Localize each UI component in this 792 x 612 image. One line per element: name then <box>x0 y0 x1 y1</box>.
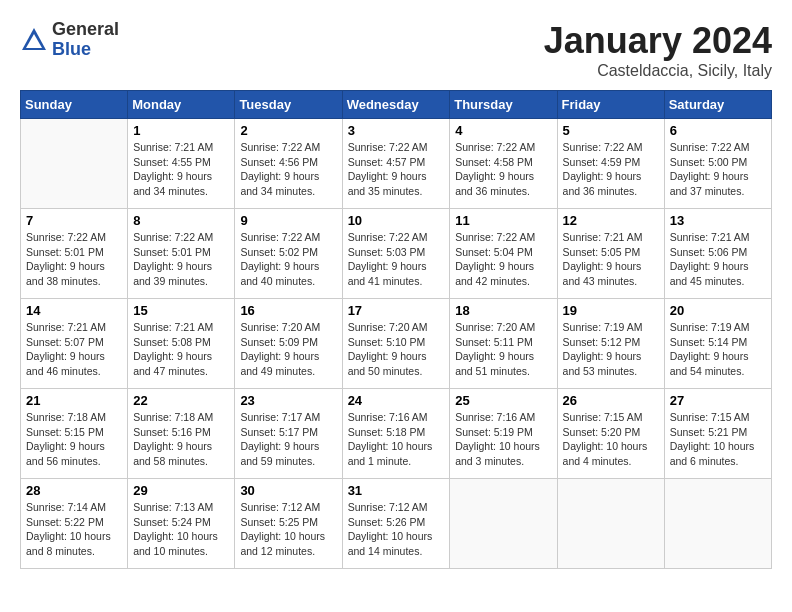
calendar-cell: 13Sunrise: 7:21 AMSunset: 5:06 PMDayligh… <box>664 209 771 299</box>
calendar-subtitle: Casteldaccia, Sicily, Italy <box>544 62 772 80</box>
calendar-cell: 7Sunrise: 7:22 AMSunset: 5:01 PMDaylight… <box>21 209 128 299</box>
logo-blue: Blue <box>52 40 119 60</box>
calendar-cell: 4Sunrise: 7:22 AMSunset: 4:58 PMDaylight… <box>450 119 557 209</box>
header-day-saturday: Saturday <box>664 91 771 119</box>
calendar-cell: 11Sunrise: 7:22 AMSunset: 5:04 PMDayligh… <box>450 209 557 299</box>
day-info: Sunrise: 7:20 AMSunset: 5:11 PMDaylight:… <box>455 320 551 379</box>
calendar-cell: 14Sunrise: 7:21 AMSunset: 5:07 PMDayligh… <box>21 299 128 389</box>
week-row-5: 28Sunrise: 7:14 AMSunset: 5:22 PMDayligh… <box>21 479 772 569</box>
calendar-cell <box>450 479 557 569</box>
day-number: 2 <box>240 123 336 138</box>
day-info: Sunrise: 7:19 AMSunset: 5:12 PMDaylight:… <box>563 320 659 379</box>
calendar-cell: 20Sunrise: 7:19 AMSunset: 5:14 PMDayligh… <box>664 299 771 389</box>
calendar-cell: 6Sunrise: 7:22 AMSunset: 5:00 PMDaylight… <box>664 119 771 209</box>
day-number: 10 <box>348 213 445 228</box>
day-number: 26 <box>563 393 659 408</box>
header-day-thursday: Thursday <box>450 91 557 119</box>
calendar-title: January 2024 <box>544 20 772 62</box>
day-info: Sunrise: 7:22 AMSunset: 5:01 PMDaylight:… <box>133 230 229 289</box>
day-number: 20 <box>670 303 766 318</box>
day-info: Sunrise: 7:19 AMSunset: 5:14 PMDaylight:… <box>670 320 766 379</box>
calendar-cell: 30Sunrise: 7:12 AMSunset: 5:25 PMDayligh… <box>235 479 342 569</box>
calendar-cell <box>557 479 664 569</box>
week-row-4: 21Sunrise: 7:18 AMSunset: 5:15 PMDayligh… <box>21 389 772 479</box>
calendar-cell: 1Sunrise: 7:21 AMSunset: 4:55 PMDaylight… <box>128 119 235 209</box>
day-number: 9 <box>240 213 336 228</box>
calendar-cell: 22Sunrise: 7:18 AMSunset: 5:16 PMDayligh… <box>128 389 235 479</box>
day-info: Sunrise: 7:21 AMSunset: 5:07 PMDaylight:… <box>26 320 122 379</box>
calendar-cell: 27Sunrise: 7:15 AMSunset: 5:21 PMDayligh… <box>664 389 771 479</box>
calendar-cell: 3Sunrise: 7:22 AMSunset: 4:57 PMDaylight… <box>342 119 450 209</box>
day-number: 8 <box>133 213 229 228</box>
calendar-cell: 28Sunrise: 7:14 AMSunset: 5:22 PMDayligh… <box>21 479 128 569</box>
calendar-cell: 12Sunrise: 7:21 AMSunset: 5:05 PMDayligh… <box>557 209 664 299</box>
header-day-tuesday: Tuesday <box>235 91 342 119</box>
day-number: 23 <box>240 393 336 408</box>
calendar-cell: 2Sunrise: 7:22 AMSunset: 4:56 PMDaylight… <box>235 119 342 209</box>
day-info: Sunrise: 7:22 AMSunset: 5:04 PMDaylight:… <box>455 230 551 289</box>
day-info: Sunrise: 7:22 AMSunset: 4:57 PMDaylight:… <box>348 140 445 199</box>
week-row-2: 7Sunrise: 7:22 AMSunset: 5:01 PMDaylight… <box>21 209 772 299</box>
title-section: January 2024 Casteldaccia, Sicily, Italy <box>544 20 772 80</box>
day-info: Sunrise: 7:12 AMSunset: 5:25 PMDaylight:… <box>240 500 336 559</box>
logo-icon <box>20 26 48 54</box>
calendar-header: SundayMondayTuesdayWednesdayThursdayFrid… <box>21 91 772 119</box>
logo-text: General Blue <box>52 20 119 60</box>
day-info: Sunrise: 7:22 AMSunset: 4:59 PMDaylight:… <box>563 140 659 199</box>
calendar-cell: 31Sunrise: 7:12 AMSunset: 5:26 PMDayligh… <box>342 479 450 569</box>
calendar-cell: 8Sunrise: 7:22 AMSunset: 5:01 PMDaylight… <box>128 209 235 299</box>
day-info: Sunrise: 7:17 AMSunset: 5:17 PMDaylight:… <box>240 410 336 469</box>
calendar-cell: 15Sunrise: 7:21 AMSunset: 5:08 PMDayligh… <box>128 299 235 389</box>
day-number: 27 <box>670 393 766 408</box>
day-number: 21 <box>26 393 122 408</box>
day-info: Sunrise: 7:13 AMSunset: 5:24 PMDaylight:… <box>133 500 229 559</box>
calendar-cell: 18Sunrise: 7:20 AMSunset: 5:11 PMDayligh… <box>450 299 557 389</box>
day-info: Sunrise: 7:22 AMSunset: 4:56 PMDaylight:… <box>240 140 336 199</box>
day-info: Sunrise: 7:18 AMSunset: 5:15 PMDaylight:… <box>26 410 122 469</box>
calendar-cell: 19Sunrise: 7:19 AMSunset: 5:12 PMDayligh… <box>557 299 664 389</box>
day-number: 1 <box>133 123 229 138</box>
header-day-friday: Friday <box>557 91 664 119</box>
day-number: 3 <box>348 123 445 138</box>
day-number: 17 <box>348 303 445 318</box>
header-day-sunday: Sunday <box>21 91 128 119</box>
calendar-cell: 5Sunrise: 7:22 AMSunset: 4:59 PMDaylight… <box>557 119 664 209</box>
day-number: 11 <box>455 213 551 228</box>
calendar-cell: 26Sunrise: 7:15 AMSunset: 5:20 PMDayligh… <box>557 389 664 479</box>
calendar-cell: 23Sunrise: 7:17 AMSunset: 5:17 PMDayligh… <box>235 389 342 479</box>
day-number: 4 <box>455 123 551 138</box>
calendar-cell <box>21 119 128 209</box>
day-number: 13 <box>670 213 766 228</box>
header-day-monday: Monday <box>128 91 235 119</box>
day-number: 24 <box>348 393 445 408</box>
day-number: 16 <box>240 303 336 318</box>
calendar-cell: 25Sunrise: 7:16 AMSunset: 5:19 PMDayligh… <box>450 389 557 479</box>
day-number: 19 <box>563 303 659 318</box>
day-info: Sunrise: 7:21 AMSunset: 4:55 PMDaylight:… <box>133 140 229 199</box>
calendar-cell: 16Sunrise: 7:20 AMSunset: 5:09 PMDayligh… <box>235 299 342 389</box>
day-info: Sunrise: 7:20 AMSunset: 5:09 PMDaylight:… <box>240 320 336 379</box>
day-number: 6 <box>670 123 766 138</box>
day-info: Sunrise: 7:18 AMSunset: 5:16 PMDaylight:… <box>133 410 229 469</box>
calendar-cell: 9Sunrise: 7:22 AMSunset: 5:02 PMDaylight… <box>235 209 342 299</box>
day-info: Sunrise: 7:16 AMSunset: 5:18 PMDaylight:… <box>348 410 445 469</box>
calendar-cell: 24Sunrise: 7:16 AMSunset: 5:18 PMDayligh… <box>342 389 450 479</box>
day-info: Sunrise: 7:12 AMSunset: 5:26 PMDaylight:… <box>348 500 445 559</box>
day-info: Sunrise: 7:15 AMSunset: 5:21 PMDaylight:… <box>670 410 766 469</box>
day-number: 14 <box>26 303 122 318</box>
calendar-cell: 29Sunrise: 7:13 AMSunset: 5:24 PMDayligh… <box>128 479 235 569</box>
day-info: Sunrise: 7:21 AMSunset: 5:06 PMDaylight:… <box>670 230 766 289</box>
calendar-cell <box>664 479 771 569</box>
day-info: Sunrise: 7:22 AMSunset: 5:02 PMDaylight:… <box>240 230 336 289</box>
day-number: 7 <box>26 213 122 228</box>
day-number: 18 <box>455 303 551 318</box>
logo-general: General <box>52 20 119 40</box>
day-number: 25 <box>455 393 551 408</box>
day-number: 31 <box>348 483 445 498</box>
header-row: SundayMondayTuesdayWednesdayThursdayFrid… <box>21 91 772 119</box>
day-number: 29 <box>133 483 229 498</box>
day-info: Sunrise: 7:22 AMSunset: 4:58 PMDaylight:… <box>455 140 551 199</box>
calendar-body: 1Sunrise: 7:21 AMSunset: 4:55 PMDaylight… <box>21 119 772 569</box>
day-number: 15 <box>133 303 229 318</box>
header: General Blue January 2024 Casteldaccia, … <box>20 20 772 80</box>
